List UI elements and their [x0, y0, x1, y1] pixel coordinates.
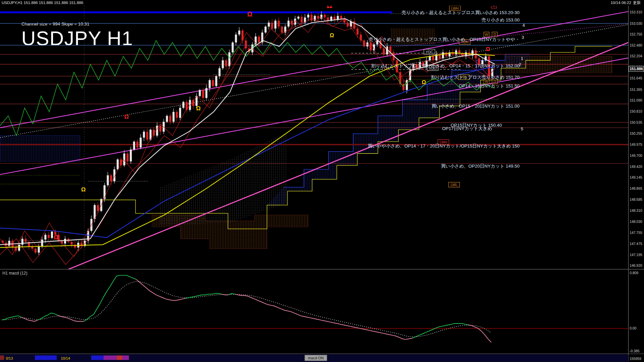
candle-body	[126, 154, 128, 162]
candle-body	[445, 52, 447, 56]
wave-number: 3	[522, 35, 524, 40]
price-tick-label: 148.865	[630, 187, 642, 190]
price-tick-label: 148.585	[630, 198, 642, 201]
clock-text: 155959	[630, 357, 641, 361]
candle-body	[281, 26, 283, 33]
order-annotation: OP14・15日NYカット 151.50	[459, 83, 520, 88]
candle-body	[291, 21, 293, 25]
timeline-date-label: 0/13	[6, 356, 13, 360]
candle-body	[442, 52, 444, 58]
price-tick-label: 151.365	[630, 88, 642, 92]
candle-body	[383, 48, 385, 54]
candle-body	[18, 245, 20, 251]
candle-body	[133, 141, 135, 149]
candle-body	[222, 60, 224, 68]
level-tag-label: LWL	[450, 183, 458, 187]
price-tick-label: 147.195	[630, 253, 642, 257]
price-axis[interactable]: 153.310153.030152.755152.480152.204151.9…	[628, 6, 644, 362]
timeline-segment	[117, 355, 122, 360]
candle-body	[238, 31, 240, 35]
candle-body	[218, 68, 220, 76]
candle-body	[48, 235, 50, 238]
order-annotation: 売り小さめ 153.00	[482, 17, 520, 22]
price-tick-label: 148.310	[630, 209, 642, 213]
candle-body	[38, 247, 40, 253]
indicator-region	[0, 136, 80, 162]
candle-body	[110, 175, 112, 181]
candle-body	[104, 185, 106, 199]
candle-body	[146, 132, 148, 140]
order-annotation: 買い小さめ、OP20日NYカット 149.50	[441, 164, 520, 169]
timeline-segment	[35, 355, 57, 360]
price-tick-label: 147.475	[630, 242, 642, 246]
price-tick-label: 152.204	[630, 54, 642, 58]
candle-body	[258, 37, 260, 43]
candle-body	[333, 17, 335, 20]
price-tick-label: 153.310	[630, 10, 642, 14]
topbar-symbol-info: USDJPY,H1 151.886 151.886 151.886 151.88…	[2, 0, 83, 5]
candle-body	[117, 160, 119, 170]
price-tick-label: 152.480	[630, 44, 642, 47]
price-tick-label: 152.755	[630, 33, 642, 36]
candle-body	[301, 17, 303, 23]
candle-body	[360, 35, 362, 41]
order-annotation: 割り込むとストップロス売り小さめ、OP14・15・17日NYカット 152.00	[371, 63, 520, 68]
level-tag-label: D	[493, 33, 496, 37]
candle-body	[169, 116, 171, 122]
macd-on-button[interactable]: macd ON	[305, 355, 327, 361]
candle-body	[51, 232, 53, 238]
order-annotation: 売り小さめ・超えるとストップロス買い小さめ 153.20-30	[401, 10, 520, 15]
level-tag-label: W	[485, 80, 488, 83]
price-tick-label: 146.920	[630, 264, 642, 267]
candle-body	[432, 56, 434, 60]
price-tick-label: 148.030	[630, 220, 642, 224]
current-price-label: 151.886	[630, 67, 643, 71]
timeline-segment	[104, 355, 117, 360]
omega-marker: Ω	[54, 234, 58, 241]
order-annotation: 割り込むとストップロス売り小さめ 151.70	[431, 75, 520, 80]
candle-body	[137, 141, 139, 147]
candle-body	[35, 249, 37, 253]
candle-body	[64, 239, 66, 243]
candle-body	[268, 22, 270, 26]
candle-body	[265, 26, 267, 33]
price-tick-label: 151.645	[630, 76, 642, 80]
omega-marker: Ω	[247, 10, 253, 18]
candle-body	[311, 15, 313, 21]
order-annotation: 買いやや小さめ、OP14・17・20日NYカット/OP15日NYカット大きめ 1…	[368, 143, 520, 148]
candle-body	[202, 90, 204, 98]
timeline-date-label: 10/14	[61, 356, 70, 360]
candle-body	[209, 80, 211, 88]
candle-body	[143, 132, 145, 138]
order-annotation: 買い小さめ、OP15・20日NYカット 151.00	[431, 104, 520, 109]
omega-marker: Ω	[486, 46, 490, 52]
candle-body	[340, 16, 342, 18]
wave-number: 5	[521, 126, 523, 131]
candle-body	[159, 126, 161, 132]
omega-marker: Ω	[330, 33, 334, 38]
price-tick-label: 149.700	[630, 154, 642, 158]
omega-marker: Ω	[124, 113, 129, 120]
price-tick-label: 153.030	[630, 22, 642, 25]
timeline-segment	[122, 355, 129, 360]
candle-body	[130, 149, 132, 161]
candle-body	[97, 205, 99, 211]
candle-body	[212, 80, 214, 86]
candle-body	[287, 21, 289, 27]
candle-body	[298, 17, 300, 19]
timeline-segment	[91, 355, 104, 360]
candle-body	[307, 15, 309, 17]
omega-marker: Ω	[422, 79, 426, 85]
candle-body	[163, 122, 165, 132]
macd-tick-label: 0.00	[630, 326, 636, 330]
price-tick-label: 150.535	[630, 121, 642, 124]
candle-body	[179, 108, 181, 118]
candle-body	[71, 242, 73, 245]
candle-body	[123, 154, 125, 165]
candle-body	[317, 16, 319, 18]
candle-body	[357, 28, 359, 35]
candle-body	[107, 175, 109, 185]
topbar-update-label: 更新	[633, 0, 641, 5]
candle-body	[176, 112, 178, 118]
price-tick-label: 150.810	[630, 110, 642, 113]
